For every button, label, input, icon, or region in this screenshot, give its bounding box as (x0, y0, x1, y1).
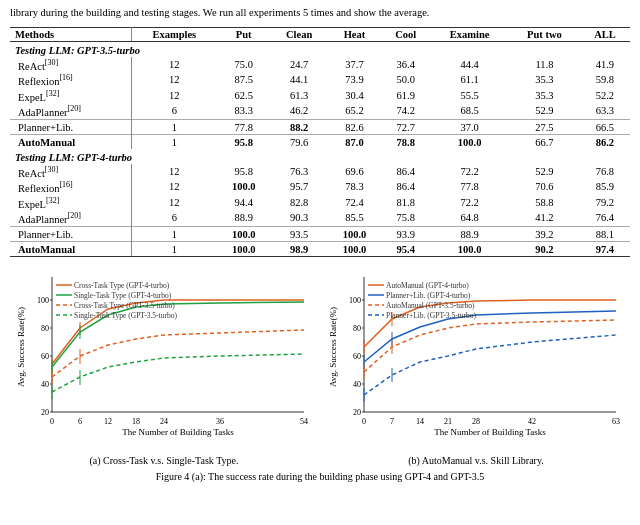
section-header: Testing LLM: GPT-4-turbo (10, 149, 630, 164)
table-cell: 87.0 (328, 134, 381, 149)
table-cell: 95.7 (270, 179, 327, 195)
table-cell: 88.1 (580, 226, 630, 241)
table-cell: 77.8 (430, 179, 509, 195)
table-cell: 36.4 (381, 57, 430, 73)
table-cell: 93.9 (381, 226, 430, 241)
table-cell: 100.0 (328, 226, 381, 241)
svg-text:Planner+Lib. (GPT-3.5-turbo): Planner+Lib. (GPT-3.5-turbo) (386, 311, 476, 320)
svg-text:0: 0 (362, 417, 366, 426)
table-cell: 74.2 (381, 103, 430, 119)
svg-text:Avg. Success Rate(%): Avg. Success Rate(%) (328, 307, 338, 387)
table-cell: 27.5 (509, 119, 580, 134)
table-cell: 1 (131, 226, 217, 241)
table-cell: 1 (131, 134, 217, 149)
method-cell: AutoManual (10, 241, 131, 256)
svg-text:The Number of Building Tasks: The Number of Building Tasks (122, 427, 234, 437)
table-row: Planner+Lib.1100.093.5100.093.988.939.28… (10, 226, 630, 241)
table-cell: 24.7 (270, 57, 327, 73)
table-cell: 52.2 (580, 88, 630, 104)
svg-text:80: 80 (41, 324, 49, 333)
table-cell: 75.8 (381, 210, 430, 226)
table-cell: 41.9 (580, 57, 630, 73)
method-cell: Planner+Lib. (10, 226, 131, 241)
table-cell: 61.9 (381, 88, 430, 104)
method-cell: ExpeL[32] (10, 195, 131, 211)
method-cell: Reflexion[16] (10, 179, 131, 195)
table-cell: 87.5 (217, 72, 270, 88)
svg-text:0: 0 (50, 417, 54, 426)
figure-caption: Figure 4 (a): The success rate during th… (10, 470, 630, 484)
table-cell: 70.6 (509, 179, 580, 195)
table-cell: 30.4 (328, 88, 381, 104)
svg-text:The Number of Building Tasks: The Number of Building Tasks (434, 427, 546, 437)
table-cell: 12 (131, 164, 217, 180)
svg-text:18: 18 (132, 417, 140, 426)
table-cell: 65.2 (328, 103, 381, 119)
table-cell: 76.4 (580, 210, 630, 226)
table-cell: 12 (131, 179, 217, 195)
table-cell: 95.8 (217, 164, 270, 180)
svg-text:Single-Task Type (GPT-4-turbo): Single-Task Type (GPT-4-turbo) (74, 291, 172, 300)
charts-area: Avg. Success Rate(%) 20 40 60 80 100 0 6… (10, 267, 630, 466)
svg-text:42: 42 (528, 417, 536, 426)
table-row: AutoManual195.879.687.078.8100.066.786.2 (10, 134, 630, 149)
table-row: AdaPlanner[20]688.990.385.575.864.841.27… (10, 210, 630, 226)
table-cell: 39.2 (509, 226, 580, 241)
svg-text:54: 54 (300, 417, 308, 426)
col-put: Put (217, 27, 270, 41)
table-row: ExpeL[32]1262.561.330.461.955.535.352.2 (10, 88, 630, 104)
chart-b-svg: Avg. Success Rate(%) 20 40 60 80 100 0 7… (326, 267, 626, 452)
table-cell: 79.2 (580, 195, 630, 211)
table-cell: 73.9 (328, 72, 381, 88)
table-cell: 69.6 (328, 164, 381, 180)
table-cell: 100.0 (217, 226, 270, 241)
table-row: ReAct[30]1295.876.369.686.472.252.976.8 (10, 164, 630, 180)
table-cell: 100.0 (217, 179, 270, 195)
table-cell: 61.1 (430, 72, 509, 88)
svg-text:AutoManual (GPT-3.5-turbo): AutoManual (GPT-3.5-turbo) (386, 301, 475, 310)
table-cell: 6 (131, 210, 217, 226)
table-cell: 1 (131, 241, 217, 256)
method-cell: ExpeL[32] (10, 88, 131, 104)
svg-text:40: 40 (353, 380, 361, 389)
table-cell: 72.7 (381, 119, 430, 134)
table-cell: 100.0 (217, 241, 270, 256)
svg-text:7: 7 (390, 417, 394, 426)
table-cell: 35.3 (509, 88, 580, 104)
table-cell: 100.0 (328, 241, 381, 256)
table-row: AdaPlanner[20]683.346.265.274.268.552.96… (10, 103, 630, 119)
table-row: ExpeL[32]1294.482.872.481.872.258.879.2 (10, 195, 630, 211)
table-cell: 88.2 (270, 119, 327, 134)
table-cell: 76.8 (580, 164, 630, 180)
table-cell: 12 (131, 195, 217, 211)
table-cell: 61.3 (270, 88, 327, 104)
table-cell: 94.4 (217, 195, 270, 211)
svg-text:40: 40 (41, 380, 49, 389)
table-cell: 44.1 (270, 72, 327, 88)
table-cell: 35.3 (509, 72, 580, 88)
table-cell: 100.0 (430, 134, 509, 149)
svg-text:Cross-Task Type (GPT-4-turbo): Cross-Task Type (GPT-4-turbo) (74, 281, 170, 290)
svg-text:28: 28 (472, 417, 480, 426)
table-cell: 62.5 (217, 88, 270, 104)
table-cell: 58.8 (509, 195, 580, 211)
svg-text:100: 100 (37, 296, 49, 305)
svg-text:Avg. Success Rate(%): Avg. Success Rate(%) (16, 307, 26, 387)
table-cell: 82.6 (328, 119, 381, 134)
table-cell: 72.2 (430, 195, 509, 211)
table-cell: 85.5 (328, 210, 381, 226)
chart-a-svg: Avg. Success Rate(%) 20 40 60 80 100 0 6… (14, 267, 314, 452)
table-cell: 66.5 (580, 119, 630, 134)
svg-text:60: 60 (41, 352, 49, 361)
svg-text:63: 63 (612, 417, 620, 426)
table-cell: 100.0 (430, 241, 509, 256)
svg-text:20: 20 (41, 408, 49, 417)
table-cell: 41.2 (509, 210, 580, 226)
table-cell: 86.4 (381, 179, 430, 195)
table-cell: 12 (131, 72, 217, 88)
col-heat: Heat (328, 27, 381, 41)
col-clean: Clean (270, 27, 327, 41)
table-cell: 52.9 (509, 103, 580, 119)
chart-b: Avg. Success Rate(%) 20 40 60 80 100 0 7… (322, 267, 630, 466)
intro-text: library during the building and testing … (10, 6, 630, 21)
